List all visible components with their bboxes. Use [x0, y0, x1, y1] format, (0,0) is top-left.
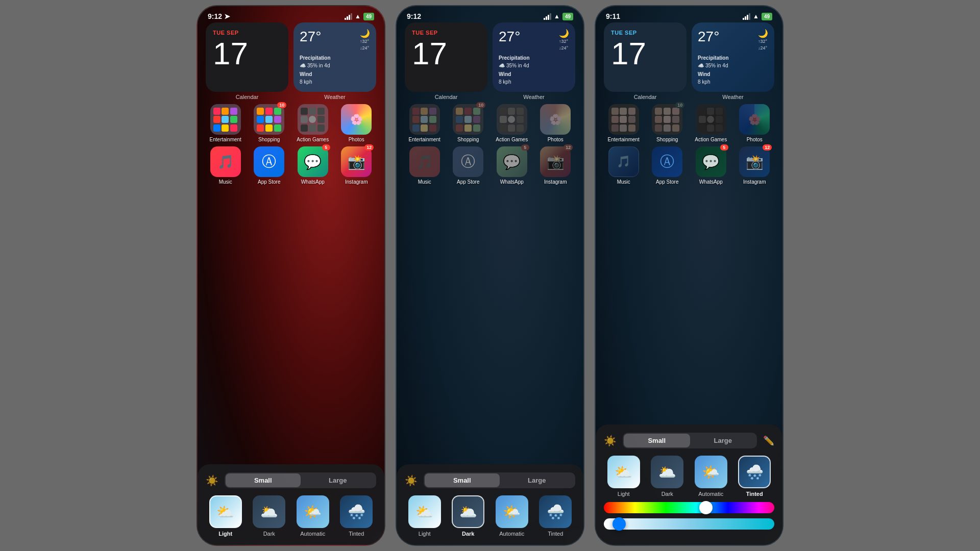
action-games-folder-1[interactable]: Action Games [293, 104, 333, 142]
instagram-app-1[interactable]: 12 📸 Instagram [337, 146, 377, 185]
theme-tinted-icon-1[interactable]: 🌨️ [340, 495, 373, 528]
entertainment-folder-1[interactable]: Entertainment [206, 104, 246, 142]
wifi-icon-1: ▲ [355, 13, 361, 20]
shopping-icon-3[interactable]: 10 [652, 104, 682, 135]
time-3: 9:11 [606, 12, 620, 20]
theme-tinted-icon-3[interactable]: 🌨️ [738, 456, 771, 488]
weather-details-1: Precipitation ☁️ 35% in 4d Wind 8 kph [300, 54, 370, 86]
shopping-badge-3: 10 [675, 102, 684, 108]
size-large-btn-3[interactable]: Large [690, 434, 756, 447]
whatsapp-app-3[interactable]: 5 💬 WhatsApp [691, 146, 731, 185]
shopping-icon-1[interactable]: 10 [254, 104, 284, 135]
photos-app-2[interactable]: 🌸 Photos [536, 104, 576, 142]
theme-automatic-1[interactable]: 🌤️ Automatic [293, 495, 333, 537]
whatsapp-icon-1[interactable]: 5 💬 [298, 146, 328, 177]
entertainment-icon-1[interactable] [210, 104, 241, 135]
photos-icon-2[interactable]: 🌸 [540, 104, 571, 135]
instagram-icon-1[interactable]: 12 📸 [341, 146, 372, 177]
theme-auto-2[interactable]: 🌤️ Automatic [492, 495, 532, 537]
weather-temp-1: 27° [300, 29, 321, 45]
weather-widget-1[interactable]: 27° 🌙 ↑32°↓24° Precipitation ☁️ 35% in 4… [293, 22, 376, 92]
whatsapp-app-1[interactable]: 5 💬 WhatsApp [293, 146, 333, 185]
theme-light-icon-3[interactable]: ⛅ [607, 456, 640, 488]
entertainment-folder-3[interactable]: Entertainment [604, 104, 644, 142]
pencil-icon-3[interactable]: ✏️ [763, 435, 774, 446]
theme-auto-icon-1[interactable]: 🌤️ [297, 495, 329, 528]
theme-dark-icon-1[interactable]: 🌥️ [253, 495, 285, 528]
size-small-btn-3[interactable]: Small [624, 434, 690, 447]
entertainment-icon-2[interactable] [409, 104, 440, 135]
music-icon-3[interactable]: 🎵 [608, 146, 639, 177]
music-icon-2[interactable]: 🎵 [409, 146, 440, 177]
music-app-2[interactable]: 🎵 Music [405, 146, 445, 185]
instagram-label-1: Instagram [345, 179, 368, 185]
theme-auto-icon-3[interactable]: 🌤️ [695, 456, 727, 488]
widgets-row-3: Tue Sep 17 Calendar 27° 🌙 ↑32°↓24° [596, 22, 782, 100]
music-app-3[interactable]: 🎵 Music [604, 146, 644, 185]
whatsapp-icon-2[interactable]: 5 💬 [497, 146, 527, 177]
theme-dark-icon-2[interactable]: 🌥️ [452, 495, 484, 528]
shopping-folder-2[interactable]: 10 Shopping [449, 104, 488, 142]
theme-dark-icon-3[interactable]: 🌥️ [651, 456, 683, 488]
hue-thumb-3[interactable] [699, 501, 713, 514]
widgets-row-2: Tue Sep 17 Calendar 27° 🌙 ↑32°↓24° [397, 22, 583, 100]
color-slider-sat-3[interactable] [604, 518, 774, 530]
calendar-widget-3[interactable]: Tue Sep 17 [604, 22, 687, 92]
theme-light-icon-2[interactable]: ⛅ [408, 495, 441, 528]
size-small-btn-1[interactable]: Small [226, 473, 301, 487]
entertainment-icon-3[interactable] [608, 104, 639, 135]
theme-dark-1[interactable]: 🌥️ Dark [250, 495, 289, 537]
action-games-icon-2[interactable] [497, 104, 527, 135]
appstore-app-2[interactable]: Ⓐ App Store [449, 146, 488, 185]
appstore-icon-1[interactable]: Ⓐ [254, 146, 284, 177]
instagram-icon-2[interactable]: 12 📸 [540, 146, 571, 177]
theme-light-2[interactable]: ⛅ Light [405, 495, 445, 537]
size-large-btn-1[interactable]: Large [301, 473, 376, 487]
size-small-btn-2[interactable]: Small [425, 473, 500, 487]
music-app-1[interactable]: 🎵 Music [206, 146, 246, 185]
theme-dark-2[interactable]: 🌥️ Dark [449, 495, 488, 537]
instagram-icon-3[interactable]: 12 📸 [739, 146, 770, 177]
music-icon-1[interactable]: 🎵 [210, 146, 241, 177]
weather-widget-3[interactable]: 27° 🌙 ↑32°↓24° Precipitation ☁️ 35% in 4… [692, 22, 774, 92]
theme-dark-3[interactable]: 🌥️ Dark [648, 456, 688, 497]
sat-thumb-3[interactable] [612, 517, 626, 531]
app-grid-3: Entertainment 10 Shopping [596, 100, 782, 189]
theme-tinted-icon-2[interactable]: 🌨️ [539, 495, 572, 528]
photos-app-1[interactable]: 🌸 Photos [337, 104, 377, 142]
phone-3: 9:11 ▲ 49 Tue Sep 17 Calendar [595, 5, 783, 546]
action-games-folder-2[interactable]: Action Games [492, 104, 532, 142]
photos-icon-1[interactable]: 🌸 [341, 104, 372, 135]
instagram-app-2[interactable]: 12 📸 Instagram [536, 146, 576, 185]
weather-widget-2[interactable]: 27° 🌙 ↑32°↓24° Precipitation ☁️ 35% in 4… [493, 22, 575, 92]
shopping-folder-3[interactable]: 10 Shopping [648, 104, 688, 142]
theme-light-1[interactable]: ⛅ Light [206, 495, 246, 537]
theme-auto-icon-2[interactable]: 🌤️ [496, 495, 528, 528]
appstore-app-1[interactable]: Ⓐ App Store [250, 146, 289, 185]
whatsapp-icon-3[interactable]: 5 💬 [696, 146, 726, 177]
photos-icon-3[interactable]: 🌸 [739, 104, 770, 135]
color-sliders-3 [604, 502, 774, 530]
theme-tinted-3[interactable]: 🌨️ Tinted [735, 456, 775, 497]
color-slider-hue-3[interactable] [604, 502, 774, 513]
entertainment-folder-2[interactable]: Entertainment [405, 104, 445, 142]
appstore-icon-2[interactable]: Ⓐ [453, 146, 483, 177]
size-large-btn-2[interactable]: Large [500, 473, 575, 487]
action-games-icon-1[interactable] [298, 104, 328, 135]
shopping-folder-1[interactable]: 10 Shopping [250, 104, 289, 142]
photos-app-3[interactable]: 🌸 Photos [735, 104, 775, 142]
action-games-folder-3[interactable]: Action Games [691, 104, 731, 142]
whatsapp-app-2[interactable]: 5 💬 WhatsApp [492, 146, 532, 185]
calendar-widget-1[interactable]: Tue Sep 17 [206, 22, 288, 92]
theme-light-3[interactable]: ⛅ Light [604, 456, 644, 497]
theme-light-icon-1[interactable]: ⛅ [209, 495, 242, 528]
theme-tinted-2[interactable]: 🌨️ Tinted [536, 495, 576, 537]
calendar-widget-2[interactable]: Tue Sep 17 [405, 22, 487, 92]
appstore-icon-3[interactable]: Ⓐ [652, 146, 682, 177]
appstore-app-3[interactable]: Ⓐ App Store [648, 146, 688, 185]
theme-tinted-1[interactable]: 🌨️ Tinted [337, 495, 377, 537]
theme-auto-3[interactable]: 🌤️ Automatic [691, 456, 731, 497]
action-games-icon-3[interactable] [696, 104, 726, 135]
instagram-app-3[interactable]: 12 📸 Instagram [735, 146, 775, 185]
shopping-icon-2[interactable]: 10 [453, 104, 483, 135]
